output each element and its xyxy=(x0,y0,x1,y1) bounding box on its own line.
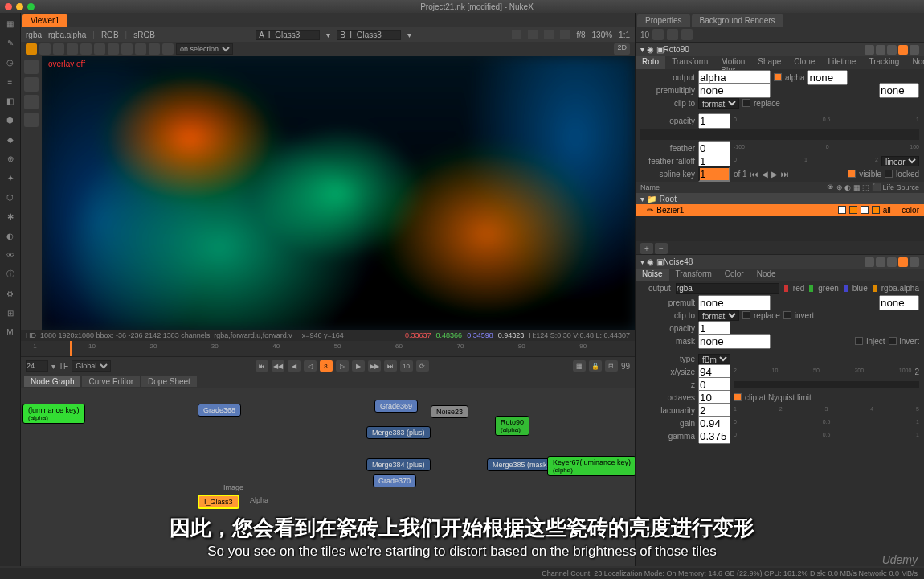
tab-dope-sheet[interactable]: Dope Sheet xyxy=(141,376,197,387)
close-icon[interactable] xyxy=(5,3,12,10)
node-merge385[interactable]: Merge385 (mask) xyxy=(487,458,555,471)
tool-merge-icon[interactable]: ⊕ xyxy=(3,151,18,166)
key-last-icon[interactable]: ⏭ xyxy=(781,170,789,179)
tf-label[interactable]: TF xyxy=(59,362,68,371)
prev-key-button[interactable]: ◀◀ xyxy=(272,360,284,372)
add-layer-button[interactable]: + xyxy=(640,243,653,254)
roto-tool-icon[interactable] xyxy=(39,43,51,55)
tool-filter-icon[interactable]: ⬢ xyxy=(3,113,18,127)
roto-tool-icon[interactable] xyxy=(121,43,133,55)
fps-input[interactable] xyxy=(26,360,48,372)
subtab-node[interactable]: Node xyxy=(906,56,924,69)
tool-draw-icon[interactable]: ✎ xyxy=(3,35,18,50)
roto-tool-icon[interactable] xyxy=(94,43,105,55)
tl-icon[interactable]: ▦ xyxy=(573,360,586,372)
node-iglass3[interactable]: I_Glass3 xyxy=(198,495,239,509)
maximize-icon[interactable] xyxy=(27,3,35,10)
subtab-noise[interactable]: Noise xyxy=(636,269,669,281)
dim-toggle[interactable]: 2D xyxy=(614,43,630,55)
subtab-shape[interactable]: Shape xyxy=(751,56,787,69)
tool-toolset-icon[interactable]: ⚙ xyxy=(3,286,18,301)
input-a[interactable] xyxy=(256,30,320,40)
tool-views-icon[interactable]: 👁 xyxy=(3,248,18,262)
panel-color[interactable] xyxy=(898,45,908,55)
tab-bg-renders[interactable]: Background Renders xyxy=(692,14,783,27)
roto-tool-icon[interactable] xyxy=(149,43,160,55)
subtab-motionblur[interactable]: Motion Blur xyxy=(714,56,751,69)
play-back-button[interactable]: ◀ xyxy=(288,360,301,372)
step-fwd-button[interactable]: ▷ xyxy=(336,360,349,372)
key-next-icon[interactable]: ▶ xyxy=(771,170,778,179)
roto-tool-icon[interactable] xyxy=(80,43,92,55)
roto-tool-icon[interactable] xyxy=(135,43,146,55)
vb-icon[interactable] xyxy=(512,30,521,39)
timeline-ruler[interactable]: 1 10 20 30 40 50 60 70 80 90 xyxy=(21,341,635,357)
lut[interactable]: sRGB xyxy=(133,31,155,39)
play-button[interactable]: ▶ xyxy=(352,360,365,372)
output-cb[interactable] xyxy=(774,73,782,81)
node-luminance-key[interactable]: (luminance key)(alpha) xyxy=(22,404,85,424)
alpha-cb[interactable] xyxy=(873,285,877,292)
panel-btn[interactable] xyxy=(887,45,897,55)
tool-color-icon[interactable]: ◧ xyxy=(3,93,18,108)
tool-particles-icon[interactable]: ✱ xyxy=(3,209,18,224)
tool-deep-icon[interactable]: ◐ xyxy=(3,228,18,243)
noise-premult[interactable] xyxy=(698,295,771,310)
node-graph[interactable]: (luminance key)(alpha) Grade368 Grade369… xyxy=(21,388,635,566)
key-first-icon[interactable]: ⏮ xyxy=(750,170,758,179)
last-frame-button[interactable]: ⏭ xyxy=(384,360,397,372)
noise-output[interactable] xyxy=(676,283,779,294)
node-grade370[interactable]: Grade370 xyxy=(373,474,416,487)
node-merge384[interactable]: Merge384 (plus) xyxy=(366,458,431,471)
roto-tool-icon[interactable] xyxy=(108,43,119,55)
select-tool-icon[interactable] xyxy=(24,60,39,74)
key-prev-icon[interactable]: ◀ xyxy=(762,170,768,179)
roto-tool-icon[interactable] xyxy=(26,43,37,55)
tool-other-icon[interactable]: ⊞ xyxy=(3,306,18,320)
gamma-input[interactable] xyxy=(698,429,730,444)
output-r[interactable] xyxy=(807,70,848,85)
selection-mode[interactable]: on selection xyxy=(176,43,233,55)
falloff-type[interactable]: linear xyxy=(881,156,919,166)
step-back-button[interactable]: ◁ xyxy=(304,360,317,372)
subtab-transform[interactable]: Transform xyxy=(665,56,714,69)
minimize-icon[interactable] xyxy=(16,3,23,10)
bspline-tool-icon[interactable] xyxy=(24,95,39,109)
noise-type[interactable]: fBm xyxy=(698,354,730,364)
tool-channel-icon[interactable]: ≡ xyxy=(3,74,18,88)
panel-btn[interactable] xyxy=(887,257,897,267)
node-roto90[interactable]: Roto90(alpha) xyxy=(495,416,529,436)
locked-cb[interactable] xyxy=(885,170,893,178)
noise-clipto[interactable]: format xyxy=(698,310,739,321)
tool-image-icon[interactable]: ▦ xyxy=(3,16,18,31)
tool-keyer-icon[interactable]: ◆ xyxy=(3,132,18,146)
subtab-color[interactable]: Color xyxy=(718,269,750,281)
next-key-button[interactable]: ▶▶ xyxy=(368,360,381,372)
tool-meta-icon[interactable]: ⓘ xyxy=(3,267,18,281)
panel-btn[interactable] xyxy=(876,257,885,267)
tl-icon[interactable]: ⊞ xyxy=(605,360,618,372)
roto-panel-header[interactable]: ▾ ◉ ▣ Roto90 xyxy=(636,42,924,56)
roto-tool-icon[interactable] xyxy=(162,43,174,55)
tool-m-icon[interactable]: M xyxy=(3,325,18,339)
noise-mask[interactable] xyxy=(698,334,771,349)
playhead[interactable] xyxy=(70,341,72,356)
clip-cb[interactable] xyxy=(742,99,750,107)
node-noise23[interactable]: Noise23 xyxy=(431,405,468,418)
vb-icon[interactable] xyxy=(560,30,570,39)
opacity-input[interactable] xyxy=(698,113,730,129)
roto-tool-icon[interactable] xyxy=(53,43,64,55)
channel-alpha[interactable]: rgba.alpha xyxy=(48,31,86,39)
fstop-label[interactable]: f/8 xyxy=(576,31,585,39)
layer-root[interactable]: ▾ 📁 Root xyxy=(636,193,924,204)
premult-r[interactable] xyxy=(879,83,919,98)
node-grade368[interactable]: Grade368 xyxy=(198,404,241,417)
input-b[interactable] xyxy=(337,30,401,40)
opacity-timeline[interactable] xyxy=(640,129,919,140)
node-grade369[interactable]: Grade369 xyxy=(374,400,418,413)
spline-input[interactable] xyxy=(698,166,730,182)
tool-transform-icon[interactable]: ✦ xyxy=(3,170,18,185)
roto-tool-icon[interactable] xyxy=(67,43,78,55)
layer-bezier1[interactable]: ✏ Bezier1 all color xyxy=(636,204,924,216)
range-mode[interactable]: Global xyxy=(72,360,111,372)
